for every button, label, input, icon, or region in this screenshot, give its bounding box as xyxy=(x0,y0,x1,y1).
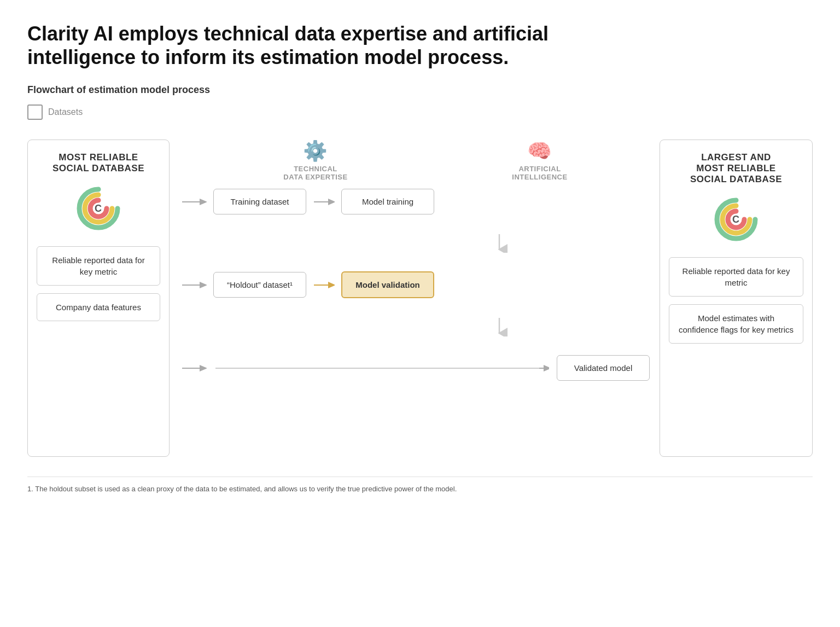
ai-icon: 🧠 xyxy=(527,140,552,162)
ai-label: ARTIFICIALINTELLIGENCE xyxy=(512,165,567,181)
long-company-arrow xyxy=(179,360,207,376)
holdout-dataset-box: “Holdout” dataset¹ xyxy=(213,272,306,298)
right-database-card: LARGEST ANDMOST RELIABLESOCIAL DATABASE … xyxy=(660,140,813,457)
v-arrow-validation-validated xyxy=(179,317,650,336)
footnote: 1. The holdout subset is used as a clean… xyxy=(27,477,813,493)
training-dataset-box: Training dataset xyxy=(213,189,306,214)
left-card-title: MOST RELIABLESOCIAL DATABASE xyxy=(52,152,144,174)
left-database-card: MOST RELIABLESOCIAL DATABASE C Reliable … xyxy=(27,140,170,457)
left-data-box-company: Company data features xyxy=(37,293,160,321)
right-data-box-reliable: Reliable reported data for key metric xyxy=(669,257,803,297)
arrow-training-to-model xyxy=(313,194,335,210)
subtitle: Flowchart of estimation model process xyxy=(27,84,813,96)
clarity-logo-right: C xyxy=(711,195,761,244)
row-training: Training dataset Model training xyxy=(179,189,650,214)
tech-label: TECHNICALDATA EXPERTISE xyxy=(283,165,347,181)
arrow-holdout-to-validation xyxy=(313,277,335,293)
v-arrow-training-validation xyxy=(179,233,650,253)
legend-label-datasets: Datasets xyxy=(48,107,83,117)
main-title: Clarity AI employs technical data expert… xyxy=(27,22,629,69)
tech-expertise-label-group: ⚙️ TECHNICALDATA EXPERTISE xyxy=(283,140,347,181)
fork-up-arrow xyxy=(179,194,207,210)
fork-down-arrow xyxy=(179,277,207,293)
ai-label-group: 🧠 ARTIFICIALINTELLIGENCE xyxy=(512,140,567,181)
middle-section: ⚙️ TECHNICALDATA EXPERTISE 🧠 ARTIFICIALI… xyxy=(170,140,660,381)
process-rows: Training dataset Model training xyxy=(179,189,650,381)
model-validation-box: Model validation xyxy=(341,271,434,298)
tech-icon: ⚙️ xyxy=(303,140,328,162)
row-validated: Validated model xyxy=(179,355,650,381)
right-card-title: LARGEST ANDMOST RELIABLESOCIAL DATABASE xyxy=(690,152,782,185)
left-data-box-reliable: Reliable reported data for key metric xyxy=(37,246,160,286)
clarity-logo-left: C xyxy=(74,184,123,233)
validated-model-box: Validated model xyxy=(557,355,650,381)
svg-text:C: C xyxy=(95,203,102,214)
right-data-box-model-estimates: Model estimates with confidence flags fo… xyxy=(669,304,803,344)
flowchart: MOST RELIABLESOCIAL DATABASE C Reliable … xyxy=(27,140,813,457)
legend-box-datasets xyxy=(27,104,43,120)
svg-text:C: C xyxy=(732,214,739,225)
model-training-box: Model training xyxy=(341,189,434,214)
row-holdout: “Holdout” dataset¹ Model validation xyxy=(179,271,650,298)
icon-labels-row: ⚙️ TECHNICALDATA EXPERTISE 🧠 ARTIFICIALI… xyxy=(179,140,650,181)
